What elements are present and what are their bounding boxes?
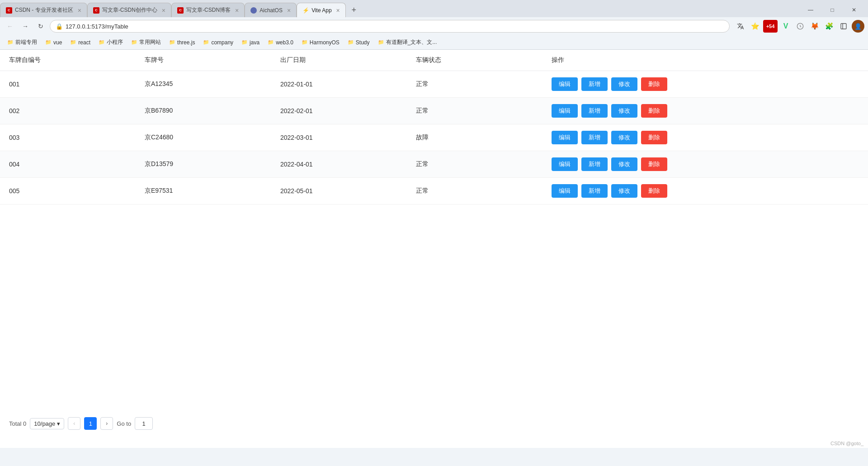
cell-status-004: 正常 — [416, 160, 552, 168]
bookmark-bk7[interactable]: 📁company — [199, 38, 237, 47]
bookmark-bk10[interactable]: 📁HarmonyOS — [298, 38, 343, 47]
modify-button-002[interactable]: 修改 — [611, 104, 637, 118]
cell-status-003: 故障 — [416, 133, 552, 142]
delete-button-005[interactable]: 删除 — [641, 184, 667, 198]
translate-icon[interactable] — [734, 20, 747, 33]
tab-close-tab4[interactable]: × — [287, 7, 291, 14]
table-body: 001京A123452022-01-01正常编辑新增修改删除002京B67890… — [0, 71, 868, 204]
bookmark-label-bk12: 有道翻译_文本、文... — [386, 38, 437, 46]
browser-chrome: CCSDN - 专业开发者社区×C写文章-CSDN创作中心×C写文章-CSDN博… — [0, 0, 868, 50]
bookmark-folder-icon: 📁 — [268, 39, 274, 45]
tab-close-tab1[interactable]: × — [78, 7, 81, 14]
tab-tab1[interactable]: CCSDN - 专业开发者社区× — [0, 3, 87, 17]
ext3-icon[interactable]: 🦊 — [808, 20, 821, 33]
tab-close-tab5[interactable]: × — [336, 7, 340, 14]
delete-button-003[interactable]: 删除 — [641, 131, 667, 144]
bookmark-folder-icon: 📁 — [241, 39, 248, 45]
modify-button-005[interactable]: 修改 — [611, 184, 637, 198]
reload-button[interactable]: ↻ — [34, 20, 47, 33]
bookmark-icon[interactable]: ⭐ — [749, 20, 761, 33]
ext1-icon[interactable]: V — [779, 20, 792, 33]
edit-button-002[interactable]: 编辑 — [552, 104, 578, 118]
col-header-status: 车辆状态 — [416, 56, 552, 64]
forward-button[interactable]: → — [19, 20, 32, 33]
close-button[interactable]: ✕ — [844, 3, 864, 17]
back-button[interactable]: ← — [4, 20, 16, 33]
bookmark-folder-icon: 📁 — [378, 39, 384, 45]
next-page-button[interactable]: › — [100, 417, 113, 430]
bookmark-bk8[interactable]: 📁java — [238, 38, 263, 47]
bookmark-bk2[interactable]: 📁vue — [42, 38, 66, 47]
col-header-actions: 操作 — [552, 56, 859, 64]
cell-actions-004: 编辑新增修改删除 — [552, 157, 859, 171]
bookmark-label-bk5: 常用网站 — [139, 38, 161, 46]
maximize-button[interactable]: □ — [822, 3, 843, 17]
modify-button-003[interactable]: 修改 — [611, 131, 637, 144]
tab-label-tab3: 写文章-CSDN博客 — [186, 6, 231, 14]
add-button-002[interactable]: 新增 — [581, 104, 608, 118]
add-button-001[interactable]: 新增 — [581, 77, 608, 91]
tab-favicon-tab2: C — [93, 7, 99, 14]
cell-actions-002: 编辑新增修改删除 — [552, 104, 859, 118]
goto-input[interactable] — [135, 417, 153, 430]
tab-favicon-tab4 — [250, 7, 257, 14]
delete-button-002[interactable]: 删除 — [641, 104, 667, 118]
table-row: 001京A123452022-01-01正常编辑新增修改删除 — [0, 71, 868, 98]
page-footer: CSDN @goto_ — [830, 441, 863, 446]
current-page[interactable]: 1 — [84, 417, 97, 430]
edit-button-001[interactable]: 编辑 — [552, 77, 578, 91]
tab-tab3[interactable]: C写文章-CSDN博客× — [171, 3, 245, 17]
prev-page-button[interactable]: ‹ — [68, 417, 80, 430]
bookmark-label-bk1: 前端专用 — [15, 38, 37, 46]
profile-icon[interactable]: 👤 — [852, 20, 864, 33]
cell-id-003: 003 — [9, 134, 145, 141]
tab-favicon-tab5: ⚡ — [302, 7, 309, 14]
col-header-date: 出厂日期 — [280, 56, 416, 64]
bookmark-bk12[interactable]: 📁有道翻译_文本、文... — [374, 37, 441, 48]
delete-button-001[interactable]: 删除 — [641, 77, 667, 91]
bookmark-bk4[interactable]: 📁小程序 — [95, 37, 127, 48]
bookmark-folder-icon: 📁 — [99, 39, 105, 45]
cell-date-001: 2022-01-01 — [280, 81, 416, 88]
extension-badge-icon[interactable]: +54 — [763, 20, 778, 33]
bookmark-folder-icon: 📁 — [169, 39, 175, 45]
cell-plate-001: 京A12345 — [145, 80, 280, 88]
bookmark-folder-icon: 📁 — [45, 39, 52, 45]
modify-button-004[interactable]: 修改 — [611, 157, 637, 171]
bookmark-bk5[interactable]: 📁常用网站 — [127, 37, 165, 48]
ext2-icon[interactable] — [794, 20, 807, 33]
modify-button-001[interactable]: 修改 — [611, 77, 637, 91]
page-size-select[interactable]: 10/page ▾ — [30, 418, 64, 429]
tab-tab2[interactable]: C写文章-CSDN创作中心× — [87, 3, 171, 17]
edit-button-005[interactable]: 编辑 — [552, 184, 578, 198]
bookmark-bk1[interactable]: 📁前端专用 — [4, 37, 41, 48]
address-input[interactable]: 🔒 127.0.0.1:5173/myTable — [50, 20, 730, 33]
bookmark-bk11[interactable]: 📁Study — [344, 38, 373, 47]
bookmark-label-bk10: HarmonyOS — [310, 39, 340, 46]
table-row: 002京B678902022-02-01正常编辑新增修改删除 — [0, 98, 868, 124]
new-tab-button[interactable]: + — [348, 4, 360, 16]
add-button-003[interactable]: 新增 — [581, 131, 608, 144]
bookmark-bk6[interactable]: 📁three.js — [165, 38, 198, 47]
add-button-004[interactable]: 新增 — [581, 157, 608, 171]
table-header: 车牌自编号 车牌号 出厂日期 车辆状态 操作 — [0, 50, 868, 71]
minimize-button[interactable]: ― — [800, 3, 821, 17]
tab-close-tab2[interactable]: × — [162, 7, 165, 14]
tab-close-tab3[interactable]: × — [235, 7, 239, 14]
bookmark-folder-icon: 📁 — [348, 39, 354, 45]
edit-button-004[interactable]: 编辑 — [552, 157, 578, 171]
address-text: 127.0.0.1:5173/myTable — [66, 23, 128, 30]
col-header-plate: 车牌号 — [145, 56, 280, 64]
bookmark-label-bk4: 小程序 — [107, 38, 123, 46]
add-button-005[interactable]: 新增 — [581, 184, 608, 198]
bookmark-bk3[interactable]: 📁react — [66, 38, 94, 47]
sidebar-toggle-icon[interactable] — [837, 20, 850, 33]
tab-tab4[interactable]: AichatOS× — [245, 3, 297, 17]
bookmark-bk9[interactable]: 📁web3.0 — [264, 38, 297, 47]
edit-button-003[interactable]: 编辑 — [552, 131, 578, 144]
extensions-icon[interactable]: 🧩 — [823, 20, 835, 33]
cell-id-001: 001 — [9, 81, 145, 88]
tab-tab5[interactable]: ⚡Vite App× — [297, 3, 346, 17]
svg-rect-1 — [841, 24, 846, 29]
delete-button-004[interactable]: 删除 — [641, 157, 667, 171]
